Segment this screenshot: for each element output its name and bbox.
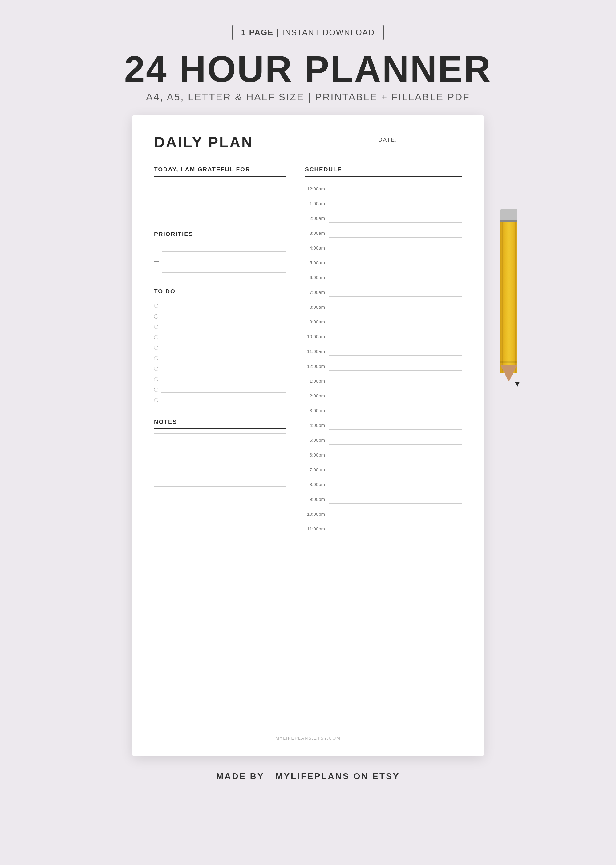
todo-item-8 xyxy=(154,376,286,382)
schedule-line-6[interactable] xyxy=(328,267,462,282)
todo-circle-3[interactable] xyxy=(154,325,158,329)
planner-card: DAILY PLAN DATE: TODAY, I AM GRATEFUL FO… xyxy=(132,115,484,756)
todo-line-1[interactable] xyxy=(161,303,286,309)
priority-checkbox-1[interactable] xyxy=(154,246,159,251)
planner-title: DAILY PLAN xyxy=(154,134,253,151)
priority-item-3 xyxy=(154,266,286,273)
notes-divider xyxy=(154,428,286,429)
schedule-line-4[interactable] xyxy=(328,237,462,252)
schedule-row-15: 3:00pm xyxy=(305,400,462,415)
schedule-line-0[interactable] xyxy=(328,178,462,193)
notes-lines xyxy=(154,433,286,495)
date-label: DATE: xyxy=(378,137,397,143)
schedule-row-23: 11:00pm xyxy=(305,519,462,533)
schedule-row-17: 5:00pm xyxy=(305,430,462,445)
todo-line-5[interactable] xyxy=(161,345,286,351)
schedule-line-14[interactable] xyxy=(328,385,462,400)
priority-item-1 xyxy=(154,245,286,252)
todo-line-2[interactable] xyxy=(161,313,286,319)
notes-line-6[interactable] xyxy=(154,500,286,500)
todo-item-6 xyxy=(154,355,286,361)
todo-line-8[interactable] xyxy=(161,376,286,382)
schedule-line-10[interactable] xyxy=(328,326,462,341)
pencil-top xyxy=(501,209,517,220)
grateful-line-2[interactable] xyxy=(154,194,286,202)
time-label-8: 8:00am xyxy=(305,304,325,311)
planner-top: DAILY PLAN DATE: xyxy=(154,134,462,151)
priority-line-1[interactable] xyxy=(162,245,286,252)
notes-line-5[interactable] xyxy=(154,486,286,487)
todo-line-6[interactable] xyxy=(161,355,286,361)
schedule-line-19[interactable] xyxy=(328,459,462,474)
priority-checkbox-2[interactable] xyxy=(154,256,159,261)
priorities-section: PRIORITIES xyxy=(154,231,286,277)
notes-header: NOTES xyxy=(154,418,286,425)
schedule-line-8[interactable] xyxy=(328,297,462,311)
priority-line-3[interactable] xyxy=(162,266,286,273)
todo-circle-5[interactable] xyxy=(154,346,158,350)
schedule-header: SCHEDULE xyxy=(305,166,462,173)
time-label-15: 3:00pm xyxy=(305,408,325,415)
pencil-decoration xyxy=(501,209,517,382)
time-label-18: 6:00pm xyxy=(305,452,325,459)
time-label-7: 7:00am xyxy=(305,289,325,297)
time-label-0: 12:00am xyxy=(305,186,325,193)
todo-circle-6[interactable] xyxy=(154,356,158,360)
grateful-line-3[interactable] xyxy=(154,207,286,215)
badge-bold: 1 PAGE xyxy=(241,28,273,37)
priority-checkbox-3[interactable] xyxy=(154,267,159,272)
notes-line-2[interactable] xyxy=(154,447,286,447)
schedule-line-7[interactable] xyxy=(328,282,462,297)
todo-section: TO DO xyxy=(154,288,286,407)
todo-line-3[interactable] xyxy=(161,324,286,330)
todo-circle-4[interactable] xyxy=(154,335,158,340)
schedule-line-13[interactable] xyxy=(328,371,462,385)
todo-circle-10[interactable] xyxy=(154,398,158,402)
schedule-row-18: 6:00pm xyxy=(305,445,462,459)
schedule-line-16[interactable] xyxy=(328,415,462,430)
schedule-line-12[interactable] xyxy=(328,356,462,371)
schedule-line-2[interactable] xyxy=(328,208,462,223)
schedule-row-6: 6:00am xyxy=(305,267,462,282)
schedule-line-11[interactable] xyxy=(328,341,462,356)
schedule-line-15[interactable] xyxy=(328,400,462,415)
time-label-10: 10:00am xyxy=(305,334,325,341)
schedule-line-3[interactable] xyxy=(328,223,462,237)
time-label-11: 11:00am xyxy=(305,349,325,356)
schedule-line-17[interactable] xyxy=(328,430,462,445)
schedule-line-21[interactable] xyxy=(328,489,462,504)
priority-line-2[interactable] xyxy=(162,256,286,262)
grateful-line-1[interactable] xyxy=(154,181,286,189)
todo-line-4[interactable] xyxy=(161,334,286,340)
todo-circle-9[interactable] xyxy=(154,387,158,392)
badge-rest: | INSTANT DOWNLOAD xyxy=(274,28,375,37)
todo-line-10[interactable] xyxy=(161,397,286,403)
schedule-row-19: 7:00pm xyxy=(305,459,462,474)
todo-circle-1[interactable] xyxy=(154,304,158,308)
schedule-row-13: 1:00pm xyxy=(305,371,462,385)
main-title: 24 HOUR PLANNER xyxy=(124,50,492,88)
schedule-line-9[interactable] xyxy=(328,311,462,326)
schedule-line-20[interactable] xyxy=(328,474,462,489)
todo-circle-8[interactable] xyxy=(154,377,158,381)
time-label-3: 3:00am xyxy=(305,230,325,237)
time-label-1: 1:00am xyxy=(305,201,325,208)
todo-circle-7[interactable] xyxy=(154,366,158,371)
right-column: SCHEDULE 12:00am 1:00am 2:00am 3:00am xyxy=(305,166,462,728)
todo-item-2 xyxy=(154,313,286,319)
schedule-line-5[interactable] xyxy=(328,252,462,267)
notes-line-3[interactable] xyxy=(154,460,286,460)
notes-line-4[interactable] xyxy=(154,473,286,473)
todo-line-7[interactable] xyxy=(161,366,286,372)
schedule-line-22[interactable] xyxy=(328,504,462,519)
time-label-5: 5:00am xyxy=(305,260,325,267)
pencil-stripe xyxy=(501,361,517,363)
schedule-line-18[interactable] xyxy=(328,445,462,459)
date-field: DATE: xyxy=(378,134,462,143)
todo-line-9[interactable] xyxy=(161,387,286,393)
schedule-line-1[interactable] xyxy=(328,193,462,208)
notes-line-1[interactable] xyxy=(154,433,286,434)
time-label-9: 9:00am xyxy=(305,319,325,326)
todo-circle-2[interactable] xyxy=(154,314,158,319)
schedule-line-23[interactable] xyxy=(328,519,462,533)
